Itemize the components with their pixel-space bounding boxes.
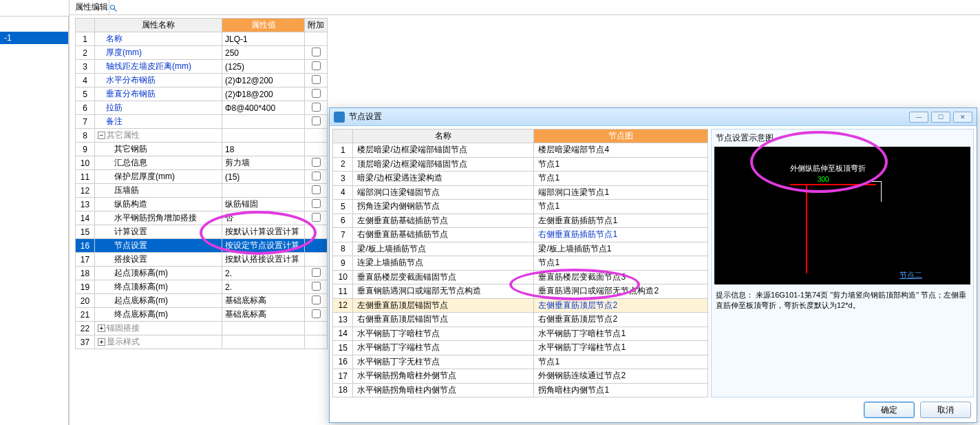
node-image-cell[interactable]: 垂直筋遇洞口或端部无节点构造2 [534,284,708,299]
node-row[interactable]: 7右侧垂直筋基础插筋节点右侧垂直筋插筋节点1 [333,228,708,242]
preview-dim: 300 [818,176,829,183]
extra-checkbox[interactable] [312,268,321,277]
node-row[interactable]: 17水平钢筋拐角暗柱外侧节点外侧钢筋连续通过节点2 [333,369,708,384]
dialog-titlebar[interactable]: 节点设置 — ☐ ✕ [330,108,977,126]
node-row[interactable]: 14水平钢筋丁字暗柱节点水平钢筋丁字暗柱节点1 [333,326,708,341]
hint-label: 提示信息： [716,291,754,299]
group-row[interactable]: 8−其它属性 [76,129,328,143]
node-row[interactable]: 11垂直钢筋遇洞口或端部无节点构造垂直筋遇洞口或端部无节点构造2 [333,284,708,299]
node-header-image: 节点图 [534,129,708,143]
extra-checkbox[interactable] [312,48,321,56]
table-row[interactable]: 11保护层厚度(mm)(15) [76,170,328,184]
search-row [0,0,68,17]
extra-checkbox[interactable] [312,75,321,84]
node-row[interactable]: 5拐角连梁内侧钢筋节点节点1 [333,200,708,214]
node-image-cell[interactable]: 左侧垂直筋顶层节点2 [534,298,708,313]
node-image-cell[interactable]: 左侧垂直筋插筋节点1 [534,214,708,228]
node-image-cell[interactable]: 节点1 [534,157,708,172]
cancel-button[interactable]: 取消 [920,402,971,418]
extra-checkbox[interactable] [312,213,321,222]
node-row[interactable]: 15水平钢筋丁字端柱节点水平钢筋丁字端柱节点1 [333,341,708,355]
table-row[interactable]: 10汇总信息剪力墙 [76,156,328,170]
header-value: 属性值 [222,19,305,32]
table-row[interactable]: 13纵筋构造纵筋锚固 [76,198,328,211]
extra-checkbox[interactable] [312,185,321,194]
node-image-cell[interactable]: 右侧垂直筋顶层节点2 [534,313,708,327]
node-table: 名称 节点图 1楼层暗梁/边框梁端部锚固节点楼层暗梁端部节点42顶层暗梁/边框梁… [332,129,708,397]
main-title: 属性编辑 [70,0,980,15]
table-row[interactable]: 9其它钢筋18 [76,143,328,156]
table-row[interactable]: 7备注 [76,115,328,129]
table-row[interactable]: 18起点顶标高(m)2. [76,267,328,280]
preview-canvas: 外侧纵筋伸至板顶弯折 300 节点二 [714,147,970,284]
node-row[interactable]: 16水平钢筋丁字无柱节点节点1 [333,355,708,369]
node-image-cell[interactable]: 节点1 [534,256,708,271]
table-row[interactable]: 4水平分布钢筋(2)Φ12@200 [76,74,328,87]
table-row[interactable]: 6拉筋Φ8@400*400 [76,101,328,115]
node-image-cell[interactable]: 外侧钢筋连续通过节点2 [534,369,708,384]
node-image-cell[interactable]: 水平钢筋丁字端柱节点1 [534,341,708,355]
close-icon[interactable]: ✕ [953,112,972,123]
expand-icon[interactable]: + [98,324,105,332]
node-image-cell[interactable]: 节点1 [534,355,708,369]
node-row[interactable]: 6左侧垂直筋基础插筋节点左侧垂直筋插筋节点1 [333,214,708,228]
property-table: 属性名称 属性值 附加 1名称JLQ-12厚度(mm)2503轴线距左墙皮距离(… [75,18,328,349]
group-row[interactable]: 22+锚固搭接 [76,322,328,335]
node-row[interactable]: 8梁/板上墙插筋节点梁/板上墙插筋节点1 [333,242,708,256]
node-row[interactable]: 13右侧垂直筋顶层锚固节点右侧垂直筋顶层节点2 [333,313,708,327]
table-row[interactable]: 17搭接设置按默认搭接设置计算 [76,253,328,267]
expand-icon[interactable]: − [98,132,105,139]
extra-checkbox[interactable] [312,282,321,291]
table-row[interactable]: 21终点底标高(m)基础底标高 [76,308,328,322]
node-image-cell[interactable]: 节点1 [534,200,708,214]
node-row[interactable]: 10垂直筋楼层变截面锚固节点垂直筋楼层变截面节点3 [333,270,708,284]
preview-hint: 提示信息： 来源16G101-1第74页 "剪力墙竖向钢筋顶部构造" 节点；左侧… [713,286,972,315]
preview-panel: 节点设置示意图 外侧纵筋伸至板顶弯折 300 节点二 提示信息： 来源16G10… [711,129,974,397]
table-row[interactable]: 16节点设置按设定节点设置计算 [76,239,328,253]
node-header-name: 名称 [353,129,534,143]
sidebar-item[interactable]: -1 [0,32,68,44]
node-image-cell[interactable]: 右侧垂直筋插筋节点1 [534,228,708,242]
node-image-cell[interactable]: 拐角暗柱内侧节点1 [534,383,708,397]
node-image-cell[interactable]: 端部洞口连梁节点1 [534,185,708,200]
maximize-icon[interactable]: ☐ [931,112,950,123]
node-row[interactable]: 4端部洞口连梁锚固节点端部洞口连梁节点1 [333,185,708,200]
table-row[interactable]: 3轴线距左墙皮距离(mm)(125) [76,60,328,74]
table-row[interactable]: 15计算设置按默认计算设置计算 [76,225,328,239]
node-row[interactable]: 2顶层暗梁/边框梁端部锚固节点节点1 [333,157,708,172]
extra-checkbox[interactable] [312,296,321,304]
node-image-cell[interactable]: 梁/板上墙插筋节点1 [534,242,708,256]
node-image-cell[interactable]: 节点1 [534,172,708,186]
node-image-cell[interactable]: 水平钢筋丁字暗柱节点1 [534,326,708,341]
node-row[interactable]: 9连梁上墙插筋节点节点1 [333,256,708,271]
minimize-icon[interactable]: — [909,112,928,123]
node-row[interactable]: 18水平钢筋拐角暗柱内侧节点拐角暗柱内侧节点1 [333,383,708,397]
table-row[interactable]: 19终点顶标高(m)2. [76,280,328,294]
extra-checkbox[interactable] [312,61,321,70]
node-row[interactable]: 3暗梁/边框梁遇连梁构造节点1 [333,172,708,186]
table-row[interactable]: 5垂直分布钢筋(2)Φ18@200 [76,87,328,101]
ok-button[interactable]: 确定 [864,402,915,418]
extra-checkbox[interactable] [312,158,321,167]
preview-label-top: 外侧纵筋伸至板顶弯折 [790,163,866,174]
preview-caption: 节点二 [899,270,922,280]
extra-checkbox[interactable] [312,309,321,318]
node-image-cell[interactable]: 楼层暗梁端部节点4 [534,143,708,158]
extra-checkbox[interactable] [312,199,321,208]
left-sidebar: -1 [0,0,69,425]
table-row[interactable]: 14水平钢筋拐角增加搭接否 [76,211,328,225]
table-row[interactable]: 20起点底标高(m)基础底标高 [76,294,328,308]
table-row[interactable]: 1名称JLQ-1 [76,32,328,46]
node-row[interactable]: 12左侧垂直筋顶层锚固节点左侧垂直筋顶层节点2 [333,298,708,313]
expand-icon[interactable]: + [98,338,105,346]
group-row[interactable]: 37+显示样式 [76,335,328,349]
extra-checkbox[interactable] [312,89,321,98]
extra-checkbox[interactable] [312,116,321,125]
table-row[interactable]: 12压墙筋 [76,184,328,198]
hint-text: 来源16G101-1第74页 "剪力墙竖向钢筋顶部构造" 节点；左侧垂直筋伸至板… [716,291,966,309]
node-image-cell[interactable]: 垂直筋楼层变截面节点3 [534,270,708,284]
node-row[interactable]: 1楼层暗梁/边框梁端部锚固节点楼层暗梁端部节点4 [333,143,708,158]
extra-checkbox[interactable] [312,172,321,180]
table-row[interactable]: 2厚度(mm)250 [76,46,328,60]
extra-checkbox[interactable] [312,103,321,112]
